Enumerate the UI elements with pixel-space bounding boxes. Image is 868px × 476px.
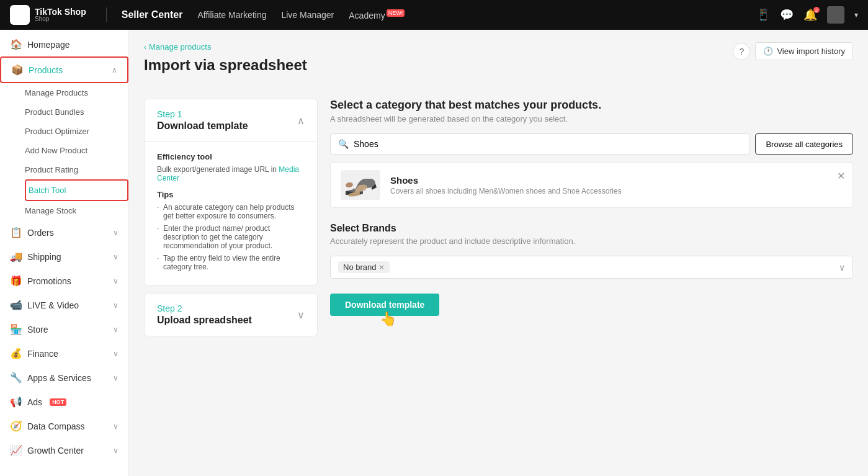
import-layout: Step 1 Download template ∧ Efficiency to… — [144, 99, 853, 344]
sidebar-label-data-compass: Data Compass — [27, 421, 85, 431]
notification-dot: 2 — [813, 7, 820, 13]
sidebar-item-promotions[interactable]: 🎁 Promotions ∨ — [0, 269, 128, 293]
products-submenu: Manage Products Product Bundles Product … — [0, 83, 128, 220]
user-avatar[interactable] — [827, 6, 844, 24]
category-result-card: Shoes Covers all shoes including Men&Wom… — [330, 162, 853, 208]
sidebar-item-live-video[interactable]: 📹 LIVE & Video ∨ — [0, 293, 128, 317]
sidebar-item-manage-stock[interactable]: Manage Stock — [25, 201, 128, 220]
ads-icon: 📢 — [10, 396, 22, 408]
sidebar-item-batch-tool[interactable]: Batch Tool — [25, 179, 128, 201]
tip-item-3: Tap the entry field to view the entire c… — [157, 254, 305, 271]
no-brand-tag: No brand ✕ — [338, 261, 390, 273]
remove-brand-icon[interactable]: ✕ — [378, 263, 385, 272]
step1-label: Step 1 — [157, 109, 248, 119]
tips-title: Tips — [157, 190, 305, 199]
sidebar-item-finance[interactable]: 💰 Finance ∨ — [0, 341, 128, 366]
page-title: Import via spreadsheet — [144, 56, 307, 74]
browse-all-categories-button[interactable]: Browse all categories — [755, 133, 853, 155]
download-btn-wrap: Download template 👆 — [330, 294, 439, 316]
affiliate-marketing-link[interactable]: Affiliate Marketing — [197, 10, 266, 20]
sidebar-item-data-compass[interactable]: 🧭 Data Compass ∨ — [0, 414, 128, 438]
download-template-button[interactable]: Download template — [330, 294, 439, 316]
sidebar-item-apps-services[interactable]: 🔧 Apps & Services ∨ — [0, 366, 128, 390]
home-icon: 🏠 — [10, 38, 22, 50]
brands-heading: Select Brands — [330, 223, 853, 234]
category-name: Shoes — [390, 175, 843, 186]
efficiency-text: Bulk export/generated image URL in — [157, 165, 277, 174]
steps-panel: Step 1 Download template ∧ Efficiency to… — [144, 99, 318, 344]
chat-icon[interactable]: 💬 — [780, 8, 794, 22]
step1-chevron-icon[interactable]: ∧ — [297, 115, 305, 127]
sidebar-label-shipping: Shipping — [27, 252, 61, 262]
nav-separator — [106, 7, 107, 22]
sidebar-label-promotions: Promotions — [27, 276, 71, 286]
sidebar-item-add-new-product[interactable]: Add New Product — [25, 141, 128, 160]
history-icon: 🕐 — [763, 47, 773, 56]
category-search-input[interactable] — [354, 139, 742, 149]
category-search-box[interactable]: 🔍 — [330, 133, 750, 155]
sidebar-label-store: Store — [27, 325, 48, 335]
sidebar-label-finance: Finance — [27, 349, 58, 359]
step2-header: Step 2 Upload spreadsheet ∨ — [145, 294, 317, 336]
brands-dropdown[interactable]: No brand ✕ ∨ — [330, 256, 853, 279]
efficiency-title: Efficiency tool — [157, 152, 305, 161]
finance-chevron-icon: ∨ — [113, 349, 119, 358]
apps-icon: 🔧 — [10, 372, 22, 384]
sidebar-section-main: 🏠 Homepage 📦 Products ∧ Manage Products … — [0, 30, 128, 465]
view-import-history-button[interactable]: 🕐 View import history — [755, 42, 853, 60]
main-content: Manage products Import via spreadsheet ?… — [129, 30, 868, 476]
sidebar-item-product-optimizer[interactable]: Product Optimizer — [25, 122, 128, 141]
title-block: Manage products Import via spreadsheet — [144, 42, 307, 86]
category-info: Shoes Covers all shoes including Men&Wom… — [390, 175, 843, 195]
category-heading: Select a category that best matches your… — [330, 99, 853, 112]
sidebar-item-product-bundles[interactable]: Product Bundles — [25, 102, 128, 122]
category-remove-icon[interactable]: ✕ — [837, 170, 845, 182]
sidebar-item-growth-center[interactable]: 📈 Growth Center ∨ — [0, 438, 128, 462]
category-desc: Covers all shoes including Men&Women sho… — [390, 187, 843, 195]
category-thumbnail — [341, 170, 380, 200]
title-row: Manage products Import via spreadsheet ?… — [144, 42, 853, 86]
sidebar-item-shipping[interactable]: 🚚 Shipping ∨ — [0, 245, 128, 269]
promotions-chevron-icon: ∨ — [113, 277, 119, 285]
brand-text: TikTok Shop Shop — [35, 7, 86, 22]
notification-bell[interactable]: 🔔 2 — [803, 8, 817, 22]
seller-center-label: Seller Center — [122, 9, 183, 20]
store-chevron-icon: ∨ — [113, 325, 119, 334]
help-button[interactable]: ? — [733, 43, 750, 60]
step1-card: Step 1 Download template ∧ Efficiency to… — [144, 99, 318, 285]
live-manager-link[interactable]: Live Manager — [281, 10, 334, 20]
step2-card: Step 2 Upload spreadsheet ∨ — [144, 293, 318, 336]
academy-link[interactable]: AcademyNEW! — [349, 10, 405, 20]
step1-body: Efficiency tool Bulk export/generated im… — [145, 142, 317, 285]
products-icon: 📦 — [11, 64, 24, 76]
sidebar-item-product-rating[interactable]: Product Rating — [25, 160, 128, 179]
brand-logo[interactable]: ♪ TikTok Shop Shop — [10, 5, 86, 25]
sidebar-label-apps-services: Apps & Services — [27, 373, 91, 383]
history-btn-label: View import history — [777, 47, 845, 56]
tiktok-icon: ♪ — [10, 5, 30, 25]
sidebar-label-products: Products — [29, 65, 63, 75]
step2-chevron-icon[interactable]: ∨ — [297, 309, 305, 321]
sidebar-label-growth-center: Growth Center — [27, 446, 84, 456]
store-icon: 🏪 — [10, 323, 22, 335]
brands-chevron-icon: ∨ — [839, 263, 845, 272]
growth-chevron-icon: ∨ — [113, 446, 119, 455]
mobile-icon[interactable]: 📱 — [756, 8, 770, 22]
shipping-chevron-icon: ∨ — [113, 253, 119, 261]
sidebar-item-ads[interactable]: 📢 Ads HOT — [0, 390, 128, 414]
chevron-down-icon[interactable]: ▾ — [854, 11, 858, 19]
sidebar-label-live-video: LIVE & Video — [27, 300, 79, 310]
sidebar-item-homepage[interactable]: 🏠 Homepage — [0, 32, 128, 56]
sidebar-item-manage-products[interactable]: Manage Products — [25, 83, 128, 102]
sidebar-item-orders[interactable]: 📋 Orders ∨ — [0, 220, 128, 245]
category-search-row: 🔍 Browse all categories — [330, 133, 853, 155]
sidebar: 🏠 Homepage 📦 Products ∧ Manage Products … — [0, 30, 129, 476]
sidebar-label-homepage: Homepage — [27, 40, 70, 50]
step2-title-block: Step 2 Upload spreadsheet — [157, 303, 252, 326]
step2-label: Step 2 — [157, 303, 252, 313]
ads-hot-badge: HOT — [50, 398, 66, 406]
shipping-icon: 🚚 — [10, 251, 22, 263]
breadcrumb[interactable]: Manage products — [144, 42, 307, 52]
sidebar-item-products[interactable]: 📦 Products ∧ — [0, 56, 128, 83]
sidebar-item-store[interactable]: 🏪 Store ∨ — [0, 317, 128, 341]
